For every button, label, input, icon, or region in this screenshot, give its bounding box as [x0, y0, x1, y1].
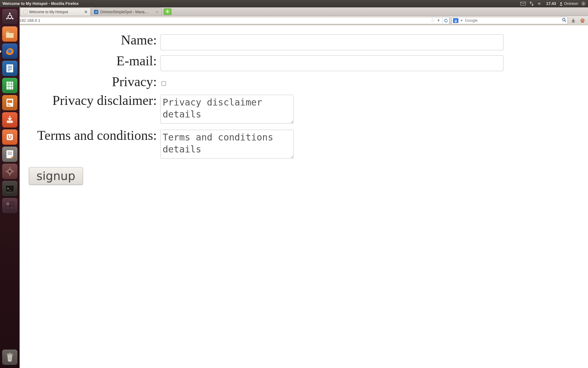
search-go-icon[interactable]	[562, 18, 566, 23]
svg-rect-14	[572, 22, 575, 22]
launcher-trash-icon[interactable]	[2, 350, 17, 365]
search-input[interactable]	[465, 18, 560, 23]
session-user-name: Onireon	[564, 1, 578, 6]
svg-rect-15	[581, 21, 584, 22]
launcher-files-icon[interactable]	[2, 26, 17, 42]
url-input[interactable]	[19, 18, 429, 23]
svg-rect-48	[6, 171, 7, 172]
svg-rect-34	[7, 100, 12, 103]
email-input[interactable]	[160, 55, 503, 71]
browser-navbar: ☆ ▼ g ▼	[0, 16, 588, 25]
name-label: Name:	[29, 33, 160, 50]
reload-button[interactable]	[443, 18, 448, 23]
generic-page-icon	[23, 10, 27, 14]
new-tab-button[interactable]: +	[164, 8, 172, 15]
tab-label: OnireonSimpleSpot - Mana…	[100, 10, 153, 14]
symfony-icon: sf	[94, 10, 98, 14]
url-bar[interactable]: ☆ ▼	[11, 17, 450, 24]
launcher-calc-icon[interactable]	[2, 78, 17, 93]
downloads-button[interactable]	[570, 17, 577, 24]
svg-rect-53	[10, 202, 13, 205]
mail-indicator-icon[interactable]	[520, 2, 526, 6]
system-menubar: Welcome to My Hotspot - Mozilla Firefox …	[0, 0, 588, 7]
launcher-dash-icon[interactable]	[2, 9, 17, 25]
svg-line-9	[584, 2, 585, 3]
svg-point-1	[560, 2, 562, 4]
unity-launcher: U >_	[0, 7, 20, 368]
user-icon	[559, 2, 563, 6]
svg-point-2	[583, 3, 584, 4]
session-user[interactable]: Onireon	[559, 1, 578, 6]
terms-label: Terms and conditions:	[29, 128, 160, 160]
browser-tabstrip: Welcome to My Hotspot sf OnireonSimpleSp…	[0, 7, 588, 16]
svg-rect-49	[12, 171, 14, 172]
svg-rect-28	[6, 82, 13, 90]
clock[interactable]: 17.43	[546, 1, 556, 6]
email-label: E-mail:	[29, 53, 160, 71]
launcher-workspace-switcher-icon[interactable]	[2, 198, 17, 213]
signup-button[interactable]: signup	[29, 167, 83, 185]
svg-line-8	[584, 5, 585, 5]
disclaimer-label: Privacy disclaimer:	[29, 93, 160, 125]
svg-line-10	[582, 5, 582, 5]
svg-point-17	[9, 13, 11, 14]
tab-close-icon[interactable]	[84, 10, 88, 14]
svg-point-12	[563, 18, 565, 21]
tab-welcome[interactable]: Welcome to My Hotspot	[20, 8, 91, 16]
launcher-settings-icon[interactable]	[2, 164, 17, 179]
svg-point-45	[9, 171, 11, 173]
tab-onireon[interactable]: sf OnireonSimpleSpot - Mana…	[91, 8, 162, 16]
svg-line-7	[582, 2, 582, 3]
url-history-dropdown-icon[interactable]: ▼	[436, 19, 441, 22]
home-button[interactable]	[579, 17, 586, 24]
svg-point-16	[8, 15, 12, 19]
bookmark-star-icon[interactable]: ☆	[431, 18, 435, 23]
svg-text:>_: >_	[7, 186, 11, 190]
svg-rect-36	[7, 105, 11, 106]
svg-point-22	[8, 49, 12, 53]
launcher-terminal-icon[interactable]: >_	[2, 181, 17, 196]
svg-line-13	[565, 21, 566, 22]
name-input[interactable]	[160, 34, 503, 50]
svg-rect-56	[7, 354, 13, 355]
launcher-ubuntu-one-icon[interactable]: U	[2, 129, 17, 145]
launcher-software-updater-icon[interactable]	[2, 112, 17, 128]
launcher-writer-icon[interactable]	[2, 61, 17, 76]
disclaimer-textarea[interactable]	[160, 95, 294, 124]
svg-rect-52	[6, 202, 9, 205]
svg-rect-47	[9, 174, 10, 176]
svg-rect-35	[7, 104, 9, 105]
network-indicator-icon[interactable]	[530, 2, 534, 6]
svg-text:U: U	[8, 135, 12, 140]
window-title: Welcome to My Hotspot - Mozilla Firefox	[2, 1, 79, 6]
svg-point-19	[6, 18, 8, 19]
search-engine-dropdown-icon[interactable]: ▼	[460, 19, 463, 22]
launcher-text-editor-icon[interactable]	[2, 147, 17, 162]
svg-rect-55	[10, 206, 13, 209]
svg-rect-46	[9, 167, 10, 169]
launcher-firefox-icon[interactable]	[2, 44, 17, 59]
sound-indicator-icon[interactable]	[537, 2, 542, 6]
svg-rect-23	[6, 64, 13, 72]
tab-label: Welcome to My Hotspot	[29, 10, 82, 14]
privacy-checkbox[interactable]	[161, 81, 166, 86]
launcher-impress-icon[interactable]	[2, 95, 17, 110]
page-content: Name: E-mail: Privacy: Privacy disclaime…	[20, 25, 588, 368]
svg-rect-54	[6, 206, 9, 209]
privacy-label: Privacy:	[29, 74, 160, 90]
system-gear-icon[interactable]	[581, 2, 586, 6]
svg-rect-57	[9, 353, 11, 354]
search-bar[interactable]: g ▼	[451, 17, 568, 24]
svg-rect-37	[7, 121, 13, 123]
tab-close-icon[interactable]	[155, 10, 159, 14]
svg-rect-20	[6, 31, 9, 32]
terms-textarea[interactable]	[160, 130, 294, 159]
svg-point-18	[12, 18, 13, 19]
search-engine-icon[interactable]: g	[453, 18, 458, 23]
